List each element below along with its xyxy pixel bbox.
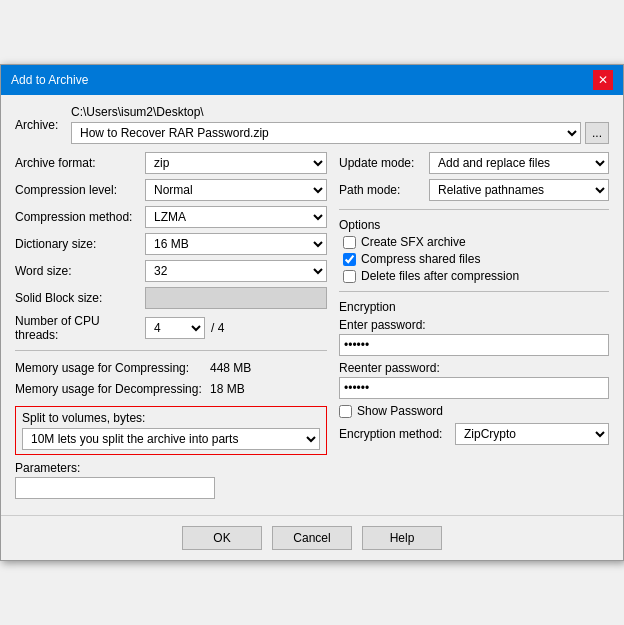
solid-block-row: Solid Block size: (15, 287, 327, 309)
memory-compress-value: 448 MB (210, 361, 251, 375)
enter-password-label: Enter password: (339, 318, 609, 332)
params-section: Parameters: (15, 461, 327, 499)
memory-decompress-label: Memory usage for Decompressing: (15, 382, 210, 396)
memory-decompress-value: 18 MB (210, 382, 245, 396)
delete-files-row: Delete files after compression (339, 269, 609, 283)
split-combo[interactable]: 10M lets you split the archive into part… (22, 428, 320, 450)
options-title: Options (339, 218, 609, 232)
divider-3 (339, 291, 609, 292)
compress-shared-label: Compress shared files (361, 252, 480, 266)
enter-password-input[interactable] (339, 334, 609, 356)
compression-method-row: Compression method: LZMA (15, 206, 327, 228)
solid-block-label: Solid Block size: (15, 291, 145, 305)
compress-shared-row: Compress shared files (339, 252, 609, 266)
memory-compress-label: Memory usage for Compressing: (15, 361, 210, 375)
delete-files-checkbox[interactable] (343, 270, 356, 283)
split-section: Split to volumes, bytes: 10M lets you sp… (15, 406, 327, 455)
compression-method-label: Compression method: (15, 210, 145, 224)
left-panel: Archive format: zip rar 7z Compression l… (15, 152, 327, 499)
solid-block-input[interactable] (145, 287, 327, 309)
dialog-content: Archive: C:\Users\isum2\Desktop\ How to … (1, 95, 623, 509)
cpu-label: Number of CPU threads: (15, 314, 145, 342)
archive-path-col: C:\Users\isum2\Desktop\ How to Recover R… (71, 105, 609, 144)
archive-label: Archive: (15, 118, 65, 132)
delete-files-label: Delete files after compression (361, 269, 519, 283)
divider-1 (15, 350, 327, 351)
solid-block-control (145, 287, 327, 309)
compression-method-select[interactable]: LZMA (145, 206, 327, 228)
divider-2 (339, 209, 609, 210)
archive-filename-select[interactable]: How to Recover RAR Password.zip (71, 122, 581, 144)
params-label: Parameters: (15, 461, 327, 475)
dictionary-size-select[interactable]: 16 MB (145, 233, 327, 255)
memory-decompress-row: Memory usage for Decompressing: 18 MB (15, 380, 327, 398)
word-size-select[interactable]: 32 (145, 260, 327, 282)
compression-method-control: LZMA (145, 206, 327, 228)
close-button[interactable]: ✕ (593, 70, 613, 90)
footer-bar: OK Cancel Help (1, 515, 623, 560)
help-button[interactable]: Help (362, 526, 442, 550)
dialog-title: Add to Archive (11, 73, 88, 87)
compression-level-label: Compression level: (15, 183, 145, 197)
options-group: Options Create SFX archive Compress shar… (339, 218, 609, 283)
compress-shared-checkbox[interactable] (343, 253, 356, 266)
enc-method-row: Encryption method: ZipCrypto AES-256 (339, 423, 609, 445)
cancel-button[interactable]: Cancel (272, 526, 352, 550)
update-mode-row: Update mode: Add and replace files Updat… (339, 152, 609, 174)
path-mode-row: Path mode: Relative pathnames Full pathn… (339, 179, 609, 201)
path-mode-label: Path mode: (339, 183, 429, 197)
word-size-label: Word size: (15, 264, 145, 278)
cpu-row: Number of CPU threads: 4 / 4 (15, 314, 327, 342)
archive-format-row: Archive format: zip rar 7z (15, 152, 327, 174)
word-size-row: Word size: 32 (15, 260, 327, 282)
show-password-row: Show Password (339, 404, 609, 418)
dictionary-size-row: Dictionary size: 16 MB (15, 233, 327, 255)
cpu-of-text: / 4 (211, 321, 224, 335)
word-size-control: 32 (145, 260, 327, 282)
create-sfx-row: Create SFX archive (339, 235, 609, 249)
enc-method-select[interactable]: ZipCrypto AES-256 (455, 423, 609, 445)
update-mode-label: Update mode: (339, 156, 429, 170)
main-area: Archive format: zip rar 7z Compression l… (15, 152, 609, 499)
archive-path-text: C:\Users\isum2\Desktop\ (71, 105, 609, 119)
encryption-group: Encryption Enter password: Reenter passw… (339, 300, 609, 445)
params-input[interactable] (15, 477, 215, 499)
title-bar: Add to Archive ✕ (1, 65, 623, 95)
encryption-title: Encryption (339, 300, 609, 314)
archive-format-select[interactable]: zip rar 7z (145, 152, 327, 174)
archive-row: Archive: C:\Users\isum2\Desktop\ How to … (15, 105, 609, 144)
show-password-label: Show Password (357, 404, 443, 418)
create-sfx-label: Create SFX archive (361, 235, 466, 249)
create-sfx-checkbox[interactable] (343, 236, 356, 249)
reenter-password-input[interactable] (339, 377, 609, 399)
archive-format-control: zip rar 7z (145, 152, 327, 174)
cpu-right: 4 / 4 (145, 317, 224, 339)
archive-format-label: Archive format: (15, 156, 145, 170)
right-panel: Update mode: Add and replace files Updat… (339, 152, 609, 499)
dictionary-size-control: 16 MB (145, 233, 327, 255)
compression-level-control: Normal (145, 179, 327, 201)
show-password-checkbox[interactable] (339, 405, 352, 418)
path-mode-select[interactable]: Relative pathnames Full pathnames No pat… (429, 179, 609, 201)
split-label: Split to volumes, bytes: (22, 411, 320, 425)
add-to-archive-dialog: Add to Archive ✕ Archive: C:\Users\isum2… (0, 64, 624, 561)
update-mode-select[interactable]: Add and replace files Update and add fil… (429, 152, 609, 174)
browse-button[interactable]: ... (585, 122, 609, 144)
memory-compress-row: Memory usage for Compressing: 448 MB (15, 359, 327, 377)
reenter-password-label: Reenter password: (339, 361, 609, 375)
cpu-threads-select[interactable]: 4 (145, 317, 205, 339)
compression-level-select[interactable]: Normal (145, 179, 327, 201)
dictionary-size-label: Dictionary size: (15, 237, 145, 251)
archive-combo-row: How to Recover RAR Password.zip ... (71, 122, 609, 144)
enc-method-label: Encryption method: (339, 427, 449, 441)
ok-button[interactable]: OK (182, 526, 262, 550)
compression-level-row: Compression level: Normal (15, 179, 327, 201)
